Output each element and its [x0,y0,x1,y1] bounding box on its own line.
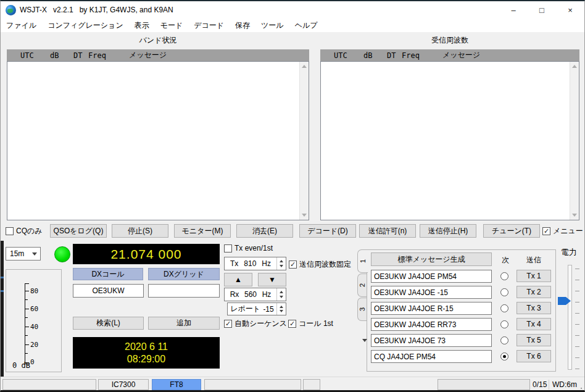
tx4-send-button[interactable]: Tx 4 [517,318,551,330]
checkbox-box[interactable]: ✓ [288,320,296,328]
tx4-message-input[interactable] [371,318,492,331]
rx-frequency-header: UTC dB DT Freq メッセージ [320,49,579,61]
scroll-up-icon[interactable] [302,65,307,68]
spin-up-icon[interactable] [280,260,283,262]
tx1-message-input[interactable] [371,270,492,283]
report-spinner[interactable]: レポート -15 [227,302,286,315]
tx2-message-input[interactable] [371,286,492,299]
tx6-next-radio[interactable] [500,352,508,361]
menu-save[interactable]: 保存 [230,19,255,32]
menu-decode[interactable]: デコード [188,19,230,32]
menu-view[interactable]: 表示 [129,19,155,32]
window-title: WSJT-X v2.2.1 by K1JT, G4WJS, and K9AN [20,6,173,14]
tune-button[interactable]: チューン(T) [483,224,540,238]
band-activity-panel[interactable] [7,61,309,220]
chevron-down-icon[interactable] [362,339,367,342]
tab-2[interactable]: 2 [357,273,367,297]
wsjtx-main-window: WSJT-X v2.2.1 by K1JT, G4WJS, and K9AN –… [0,0,585,392]
menus-checkbox[interactable]: ✓ メニュー [542,226,583,236]
rx-freq-spinner[interactable]: Rx 560 Hz [224,288,286,301]
dx-call-input[interactable] [73,284,144,298]
halt-tx-button[interactable]: 送信停止(H) [420,224,476,238]
call-first-checkbox[interactable]: ✓ コール 1st [288,319,333,329]
decode-button[interactable]: デコード(D) [299,224,356,238]
tx5-next-radio[interactable] [500,336,508,344]
meter-tick-80: 80 [30,287,38,295]
enable-tx-button[interactable]: 送信許可(n) [359,224,416,238]
tx-down-button[interactable]: ▼ [258,273,286,286]
spin-down-icon[interactable] [280,265,283,267]
scrollbar[interactable] [299,62,309,220]
erase-button[interactable]: 消去(E) [236,224,293,238]
power-slider-track[interactable] [568,265,572,370]
auto-seq-checkbox[interactable]: ✓ 自動シーケンス [224,319,287,329]
meter-tick-40: 40 [30,323,38,331]
status-field-empty [204,379,301,390]
spin-up-icon[interactable] [280,291,283,293]
scroll-down-icon[interactable] [302,214,307,217]
hold-tx-freq-checkbox[interactable]: ✓ 送信周波数固定 [289,259,351,270]
tx3-message-input[interactable] [371,302,492,315]
scroll-up-icon[interactable] [572,65,577,68]
checkbox-box[interactable]: ✓ [542,227,550,235]
chevron-down-icon[interactable] [32,252,37,256]
meter-caption: 0 dB [12,361,30,370]
maximize-button[interactable]: □ [528,1,556,19]
tx1-send-button[interactable]: Tx 1 [517,270,551,282]
meter-tick-60: 60 [30,305,38,313]
col-dt: DT [73,51,82,60]
generate-std-msgs-button[interactable]: 標準メッセージ生成 [371,252,492,266]
spin-up-icon[interactable] [280,306,283,308]
tx2-send-button[interactable]: Tx 2 [517,286,551,298]
menu-configuration[interactable]: コンフィグレーション [42,19,129,32]
checkbox-box[interactable]: ✓ [224,320,232,328]
log-qso-button[interactable]: QSOをログ(Q) [50,224,107,238]
menu-tools[interactable]: ツール [255,19,289,32]
tx-freq-spinner[interactable]: Tx 810 Hz [224,257,286,270]
tx5-message-combo[interactable] [371,334,492,347]
rx-frequency-panel[interactable] [320,61,579,220]
checkbox-box[interactable]: ✓ [6,227,14,235]
tx6-message-input[interactable] [371,350,492,363]
tx2-next-radio[interactable] [500,288,508,296]
minimize-button[interactable]: – [499,1,528,19]
checkbox-box[interactable]: ✓ [224,244,232,252]
tx1-next-radio[interactable] [500,272,508,280]
col-freq: Freq [88,51,106,60]
tx3-send-button[interactable]: Tx 3 [517,302,551,314]
band-select[interactable]: 15m [6,247,41,261]
tx5-send-button[interactable]: Tx 5 [517,334,551,346]
scroll-down-icon[interactable] [572,214,577,217]
add-button[interactable]: 追加 [148,317,220,330]
spin-down-icon[interactable] [280,310,283,312]
tx6-send-button[interactable]: Tx 6 [517,350,551,362]
status-field-empty [303,379,320,390]
checkbox-box[interactable]: ✓ [289,261,297,269]
tab-1[interactable]: 1 [357,249,368,273]
tx-up-button[interactable]: ▲ [224,273,252,286]
lookup-button[interactable]: 検索(L) [73,317,144,330]
cq-only-checkbox[interactable]: ✓ CQのみ [6,226,43,236]
band-activity-header: UTC dB DT Freq メッセージ [7,49,309,61]
auto-seq-label: 自動シーケンス [234,319,287,329]
tx-even-checkbox[interactable]: ✓ Tx even/1st [224,244,273,252]
menus-label: メニュー [553,226,583,236]
cq-only-label: CQのみ [16,226,43,236]
frequency-display[interactable]: 21.074 000 [73,244,220,264]
menu-help[interactable]: ヘルプ [289,19,323,32]
rx-frequency-title: 受信周波数 [320,35,579,46]
spin-down-icon[interactable] [280,296,283,298]
halt-button[interactable]: 停止(S) [112,224,168,238]
menu-mode[interactable]: モード [155,19,189,32]
tx3-next-radio[interactable] [500,304,508,312]
meter-tick-0: 0 [30,358,35,366]
close-button[interactable]: × [556,1,584,19]
dx-grid-input[interactable] [148,284,220,298]
scrollbar[interactable] [570,62,579,220]
tx4-next-radio[interactable] [500,320,508,328]
resize-grip[interactable] [581,388,582,389]
monitor-button[interactable]: モニター(M) [174,224,231,238]
mode-status[interactable]: FT8 [152,379,201,390]
tab-3[interactable]: 3 [357,298,367,321]
menu-file[interactable]: ファイル [1,19,42,32]
